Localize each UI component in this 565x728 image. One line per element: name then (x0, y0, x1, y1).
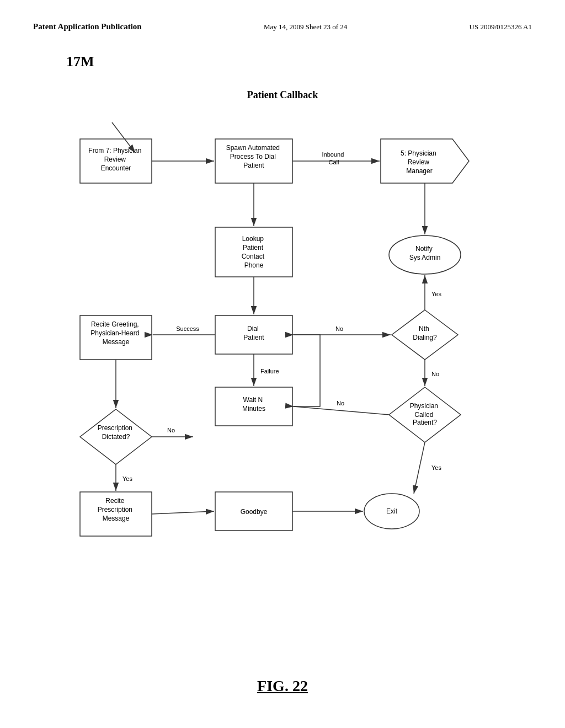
diagram-title: Patient Callback (33, 89, 532, 101)
page: Patent Application Publication May 14, 2… (0, 0, 565, 728)
arrow-physician-called-to-wait (294, 406, 389, 415)
no-label-dial-nth: No (335, 325, 343, 332)
inbound-call-label: Inbound Call (322, 151, 346, 165)
yes-label-prescription: Yes (122, 475, 132, 482)
no-label-prescription: No (167, 427, 175, 433)
yes-label-nth-notify: Yes (431, 291, 441, 297)
flowchart-svg: From 7: Physician Review Encounter Spawn… (50, 106, 546, 558)
diagram-label-17m: 17M (66, 53, 94, 70)
arrow-wait-to-dial (292, 335, 320, 406)
header-date-sheet: May 14, 2009 Sheet 23 of 24 (264, 23, 347, 31)
yes-label-physician-exit: Yes (431, 464, 441, 471)
arrow-recite-prescription-to-goodbye (152, 511, 214, 514)
success-label: Success (176, 325, 199, 332)
no-label-nth-physician: No (431, 371, 439, 377)
page-header: Patent Application Publication May 14, 2… (33, 22, 532, 31)
no-label-physician-wait: No (337, 400, 344, 406)
failure-label: Failure (260, 368, 279, 374)
header-patent-number: US 2009/0125326 A1 (470, 23, 532, 31)
header-publication-label: Patent Application Publication (33, 22, 142, 31)
arrow-physician-called-to-exit (414, 442, 425, 494)
figure-label: FIG. 22 (0, 677, 565, 695)
exit-text: Exit (386, 507, 398, 515)
goodbye-text: Goodbye (241, 508, 268, 516)
diagram-area: 17M Patient Callback From 7: Physician R… (33, 42, 532, 566)
